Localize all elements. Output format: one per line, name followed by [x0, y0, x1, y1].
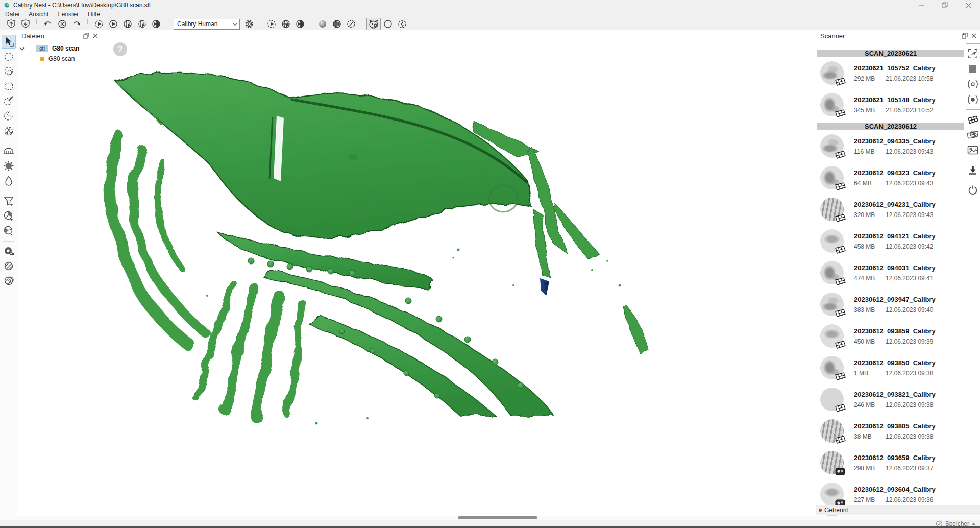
solid-disc-icon[interactable]: [2, 159, 16, 173]
viewport-help-button[interactable]: ?: [113, 42, 127, 56]
freeform-selection-icon[interactable]: [2, 79, 16, 93]
bridge-icon[interactable]: [2, 144, 16, 158]
spiral-icon[interactable]: [2, 274, 16, 287]
chevron-down-icon[interactable]: [17, 47, 27, 51]
circle-outline-icon[interactable]: [381, 18, 395, 30]
photo-badge-icon: [834, 467, 846, 476]
power-icon[interactable]: [967, 184, 979, 196]
scan-item[interactable]: 20230612_094031_Calibry 474 MB12.06.2023…: [817, 257, 964, 289]
scan-item[interactable]: 20230621_105752_Calibry 292 MB21.06.2023…: [817, 57, 964, 89]
record-idle-icon[interactable]: [967, 78, 979, 90]
scan-size: 116 MB: [854, 148, 886, 155]
close-panel-icon[interactable]: [969, 32, 978, 40]
scan-name: 20230612_093859_Calibry: [854, 327, 936, 335]
cancel-icon[interactable]: [55, 18, 69, 30]
scan-date: 12.06.2023 09:36: [886, 496, 933, 503]
menu-datei[interactable]: Datei: [5, 11, 19, 18]
sphere-play-dark-icon[interactable]: [149, 18, 163, 30]
export-icon[interactable]: [18, 18, 33, 30]
scan-thumbnail: [820, 388, 844, 411]
wireframe-globe-icon[interactable]: [330, 18, 344, 30]
window-title: Calibry Nest - C:\Users\Flow\Desktop\G80…: [13, 2, 151, 9]
scan-name: 20230612_093947_Calibry: [854, 296, 936, 303]
viewport-3d[interactable]: ?: [102, 30, 816, 516]
download-icon[interactable]: [967, 164, 979, 176]
import-icon[interactable]: [4, 18, 18, 30]
scan-thumbnail: [820, 356, 844, 379]
circle-selection-icon[interactable]: [2, 50, 16, 63]
broken-sphere-icon[interactable]: [395, 18, 409, 30]
horizontal-scrollbar-thumb[interactable]: [458, 516, 537, 519]
select-cursor-icon[interactable]: [2, 35, 16, 49]
film-list-icon[interactable]: [967, 113, 979, 126]
filter-funnel-icon[interactable]: [2, 194, 16, 208]
scan-item[interactable]: 20230612_093947_Calibry 383 MB12.06.2023…: [817, 289, 964, 320]
photo-stack-icon[interactable]: [967, 129, 979, 141]
stop-icon[interactable]: [967, 63, 979, 75]
play-2-icon[interactable]: [264, 18, 279, 30]
record-active-icon[interactable]: [967, 93, 979, 106]
play-icon[interactable]: [106, 18, 120, 30]
settings-gear-icon[interactable]: [242, 18, 256, 30]
float-panel-icon[interactable]: [82, 32, 91, 40]
film-badge-icon: [834, 150, 846, 159]
tree-child-row[interactable]: G80 scan: [17, 54, 102, 64]
film-badge-icon: [834, 435, 846, 444]
scan-item[interactable]: 20230612_093859_Calibry 450 MB12.06.2023…: [817, 320, 964, 352]
minimize-button[interactable]: [910, 0, 933, 10]
scan-size: 246 MB: [854, 401, 886, 409]
scan-size: 450 MB: [854, 338, 886, 345]
scan-size: 320 MB: [854, 211, 886, 219]
scan-size: 1 MB: [854, 370, 886, 377]
play-dashed-icon[interactable]: [92, 18, 106, 30]
float-panel-icon[interactable]: [960, 32, 969, 40]
scan-item[interactable]: 20230612_093850_Calibry 1 MB12.06.2023 0…: [817, 352, 964, 383]
menu-ansicht[interactable]: Ansicht: [29, 11, 48, 18]
profile-select[interactable]: Calibry Human: [174, 19, 240, 30]
files-panel-title: Dateien: [21, 32, 44, 40]
hatched-circle-icon[interactable]: [2, 259, 16, 273]
image-icon[interactable]: [967, 144, 979, 156]
caret-up-icon[interactable]: [971, 522, 976, 525]
scan-size: 298 MB: [854, 465, 886, 472]
scan-item[interactable]: 20230612_093821_Calibry 246 MB12.06.2023…: [817, 383, 964, 415]
film-badge-icon: [834, 403, 846, 413]
double-circle-selection-icon[interactable]: [2, 64, 16, 78]
scan-item[interactable]: 20230612_094121_Calibry 458 MB12.06.2023…: [817, 225, 964, 257]
globe-play-icon[interactable]: [279, 18, 293, 30]
sphere-play-dark-2-icon[interactable]: [293, 18, 307, 30]
scan-item[interactable]: 20230612_094335_Calibry 116 MB12.06.2023…: [817, 130, 964, 162]
scan-thumbnail: [820, 419, 844, 443]
pig-icon[interactable]: [366, 18, 381, 30]
slash-circle-icon[interactable]: [344, 18, 358, 30]
restore-button[interactable]: [933, 0, 957, 10]
undo-icon[interactable]: [41, 18, 55, 30]
notch-selection-icon[interactable]: [2, 109, 16, 123]
scan-item[interactable]: 20230621_105148_Calibry 345 MB21.06.2023…: [817, 89, 964, 121]
close-button[interactable]: [957, 0, 980, 10]
tree-root-label: G80 scan: [52, 45, 79, 52]
close-panel-icon[interactable]: [91, 32, 100, 40]
tree-root-row[interactable]: stl G80 scan: [17, 43, 102, 54]
fit-view-pin-icon[interactable]: [967, 47, 979, 60]
scan-item[interactable]: 20230612_094323_Calibry 64 MB12.06.2023 …: [817, 162, 964, 194]
smooth-drop-icon[interactable]: [2, 174, 16, 187]
menu-hilfe[interactable]: Hilfe: [88, 11, 100, 18]
scan-thumbnail: [820, 134, 844, 158]
redo-icon[interactable]: [69, 18, 84, 30]
scan-date: 12.06.2023 09:38: [886, 401, 933, 409]
measure-tape-icon[interactable]: [2, 244, 16, 258]
sphere-sector-1-icon[interactable]: [2, 209, 16, 223]
scan-date: 21.06.2023 10:52: [886, 107, 933, 114]
scan-item[interactable]: 20230612_094231_Calibry 320 MB12.06.2023…: [817, 194, 964, 225]
scan-size: 458 MB: [854, 243, 886, 250]
sphere-sector-2-icon[interactable]: [2, 224, 16, 237]
sphere-play-2-icon[interactable]: [135, 18, 149, 30]
scan-item[interactable]: 20230612_093805_Calibry 38 MB12.06.2023 …: [817, 415, 964, 447]
scan-item[interactable]: 20230612_093659_Calibry 298 MB12.06.2023…: [817, 447, 964, 478]
sphere-play-icon[interactable]: [120, 18, 135, 30]
shaded-sphere-icon[interactable]: [315, 18, 330, 30]
scissors-cut-icon[interactable]: [2, 124, 16, 137]
magic-wand-selection-icon[interactable]: [2, 94, 16, 108]
menu-fenster[interactable]: Fenster: [58, 11, 79, 18]
